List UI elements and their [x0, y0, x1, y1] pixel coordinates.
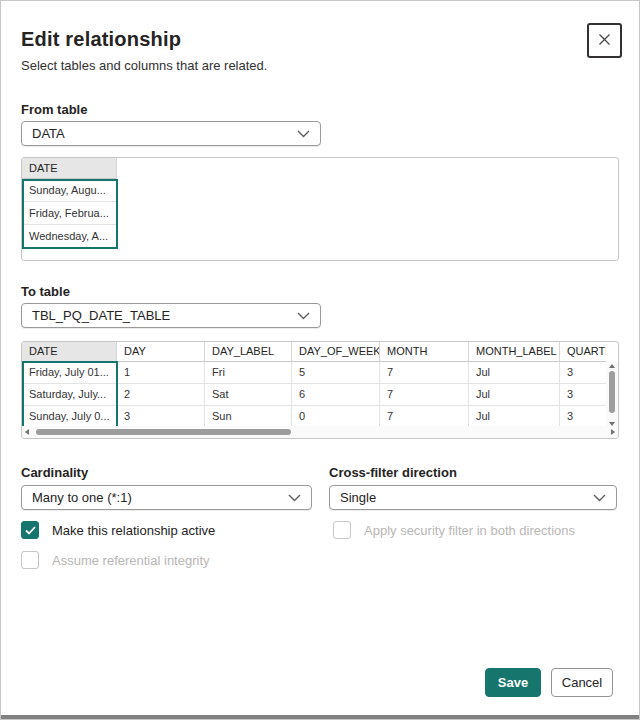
checkbox-label: Assume referential integrity [52, 553, 210, 568]
from-table-dropdown[interactable]: DATA [21, 121, 321, 146]
scroll-right-icon[interactable] [611, 429, 615, 435]
grid-cell[interactable]: Jul [469, 362, 560, 384]
checkbox[interactable] [21, 521, 39, 539]
scroll-up-icon[interactable] [609, 364, 615, 368]
vertical-scroll-thumb[interactable] [609, 371, 615, 413]
table-row: Sunday, Augu... [22, 179, 618, 202]
table-row: Saturday, July...2Sat67Jul3 [22, 384, 606, 406]
grid-cell[interactable]: Sat [205, 384, 292, 406]
column-header-month[interactable]: MONTH [380, 342, 469, 362]
grid-cell[interactable]: Fri [205, 362, 292, 384]
column-header-quarter[interactable]: QUARTER [560, 342, 606, 362]
grid-cell[interactable]: Sunday, Augu... [22, 179, 117, 202]
cross-filter-selected: Single [340, 490, 593, 505]
grid-header-row: DATE [22, 158, 618, 179]
grid-cell[interactable]: Sunday, July 0... [22, 406, 117, 428]
scroll-left-icon[interactable] [25, 429, 29, 435]
grid-cell[interactable]: 7 [380, 384, 469, 406]
window-bottom-edge [1, 715, 639, 719]
grid-cell[interactable]: Friday, July 01... [22, 362, 117, 384]
grid-cell[interactable]: 7 [380, 362, 469, 384]
checkmark-icon [25, 526, 36, 535]
horizontal-scrollbar[interactable] [22, 426, 618, 438]
assume-referential-integrity-checkbox-row: Assume referential integrity [21, 551, 210, 569]
table-row: Friday, Februa... [22, 202, 618, 225]
grid-cell[interactable]: Jul [469, 384, 560, 406]
grid-cell[interactable]: 3 [560, 384, 606, 406]
cardinality-dropdown[interactable]: Many to one (*:1) [21, 485, 312, 510]
grid-cell[interactable]: 3 [117, 406, 205, 428]
grid-cell[interactable]: 2 [117, 384, 205, 406]
chevron-down-icon [593, 494, 606, 502]
to-table-dropdown[interactable]: TBL_PQ_DATE_TABLE [21, 303, 321, 328]
from-table-preview-grid: DATE Sunday, Augu...Friday, Februa...Wed… [21, 157, 619, 261]
grid-cell[interactable]: Jul [469, 406, 560, 428]
table-row: Wednesday, A... [22, 225, 618, 248]
to-table-label: To table [21, 284, 70, 299]
column-header-date[interactable]: DATE [22, 342, 117, 362]
chevron-down-icon [288, 494, 301, 502]
close-icon [598, 32, 611, 50]
grid-cell[interactable]: 0 [292, 406, 380, 428]
grid-cell[interactable]: 1 [117, 362, 205, 384]
chevron-down-icon [297, 312, 310, 320]
grid-cell[interactable]: Sun [205, 406, 292, 428]
checkbox-label: Apply security filter in both directions [364, 523, 575, 538]
make-relationship-active-checkbox-row: Make this relationship active [21, 521, 215, 539]
checkbox-label: Make this relationship active [52, 523, 215, 538]
cancel-button[interactable]: Cancel [551, 668, 613, 697]
grid-cell[interactable]: Saturday, July... [22, 384, 117, 406]
column-header-day[interactable]: DAY [117, 342, 205, 362]
checkbox [333, 521, 351, 539]
grid-body: Friday, July 01...1Fri57Jul3Saturday, Ju… [22, 362, 606, 428]
close-button[interactable] [587, 23, 622, 58]
save-button[interactable]: Save [485, 668, 541, 697]
grid-cell[interactable]: 3 [560, 406, 606, 428]
cross-filter-label: Cross-filter direction [329, 465, 457, 480]
apply-security-filter-checkbox-row: Apply security filter in both directions [333, 521, 575, 539]
grid-cell[interactable]: 6 [292, 384, 380, 406]
dialog-subtitle: Select tables and columns that are relat… [21, 58, 267, 73]
cardinality-label: Cardinality [21, 465, 88, 480]
table-row: Friday, July 01...1Fri57Jul3 [22, 362, 606, 384]
horizontal-scroll-thumb[interactable] [36, 429, 291, 435]
table-row: Sunday, July 0...3Sun07Jul3 [22, 406, 606, 428]
grid-cell[interactable]: Friday, Februa... [22, 202, 117, 225]
column-header-day_of_week[interactable]: DAY_OF_WEEK [292, 342, 380, 362]
page-title: Edit relationship [21, 28, 181, 51]
checkbox [21, 551, 39, 569]
to-table-selected: TBL_PQ_DATE_TABLE [32, 308, 297, 323]
grid-header-row: DATEDAYDAY_LABELDAY_OF_WEEKMONTHMONTH_LA… [22, 342, 606, 362]
grid-body: Sunday, Augu...Friday, Februa...Wednesda… [22, 179, 618, 248]
grid-cell[interactable]: 3 [560, 362, 606, 384]
column-header-day_label[interactable]: DAY_LABEL [205, 342, 292, 362]
column-header-month_label[interactable]: MONTH_LABEL [469, 342, 560, 362]
to-table-preview-grid: DATEDAYDAY_LABELDAY_OF_WEEKMONTHMONTH_LA… [21, 341, 619, 439]
from-table-label: From table [21, 102, 87, 117]
chevron-down-icon [297, 130, 310, 138]
from-table-selected: DATA [32, 126, 297, 141]
vertical-scrollbar[interactable] [606, 362, 618, 428]
edit-relationship-dialog: Edit relationship Select tables and colu… [0, 0, 640, 720]
column-header-date[interactable]: DATE [22, 158, 117, 179]
cardinality-selected: Many to one (*:1) [32, 490, 288, 505]
grid-cell[interactable]: 5 [292, 362, 380, 384]
cross-filter-dropdown[interactable]: Single [329, 485, 617, 510]
grid-cell[interactable]: 7 [380, 406, 469, 428]
grid-cell[interactable]: Wednesday, A... [22, 225, 117, 248]
